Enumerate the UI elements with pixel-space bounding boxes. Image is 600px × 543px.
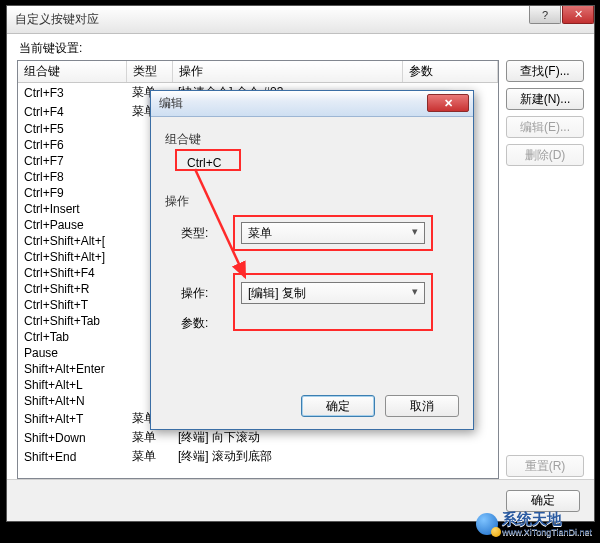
col-header[interactable]: 类型 — [126, 61, 172, 83]
type-combo[interactable]: 菜单 — [241, 222, 425, 244]
main-ok-button[interactable]: 确定 — [506, 490, 580, 512]
watermark: 系统天地 www.XiTongTianDi.net — [476, 510, 592, 537]
edit-dialog: 编辑 ✕ 组合键 Ctrl+C 操作 类型: 菜单 操作: [编辑] 复制 参数… — [150, 90, 474, 430]
dialog-cancel-button[interactable]: 取消 — [385, 395, 459, 417]
col-header[interactable]: 参数 — [402, 61, 498, 83]
close-button[interactable]: ✕ — [562, 6, 594, 24]
svg-line-0 — [195, 169, 245, 277]
titlebar[interactable]: 自定义按键对应 ? ✕ — [7, 6, 594, 34]
window-title: 自定义按键对应 — [11, 11, 99, 28]
param-label: 参数: — [181, 315, 208, 332]
group-key-label: 组合键 — [165, 131, 201, 148]
op-combo[interactable]: [编辑] 复制 — [241, 282, 425, 304]
watermark-url: www.XiTongTianDi.net — [502, 528, 592, 537]
op-combo-value: [编辑] 复制 — [248, 285, 306, 302]
edit-button: 编辑(E)... — [506, 116, 584, 138]
dialog-close-button[interactable]: ✕ — [427, 94, 469, 112]
dialog-titlebar[interactable]: 编辑 ✕ — [151, 91, 473, 117]
col-header[interactable]: 组合键 — [18, 61, 126, 83]
type-combo-value: 菜单 — [248, 225, 272, 242]
op-label: 操作: — [181, 285, 208, 302]
delete-button: 删除(D) — [506, 144, 584, 166]
watermark-icon — [476, 513, 498, 535]
col-header[interactable]: 操作 — [172, 61, 402, 83]
table-row[interactable]: Shift+End菜单[终端] 滚动到底部 — [18, 447, 498, 466]
reset-button: 重置(R) — [506, 455, 584, 477]
dialog-title: 编辑 — [159, 95, 183, 112]
dialog-ok-button[interactable]: 确定 — [301, 395, 375, 417]
new-button[interactable]: 新建(N)... — [506, 88, 584, 110]
table-row[interactable]: Shift+Down菜单[终端] 向下滚动 — [18, 428, 498, 447]
help-button[interactable]: ? — [529, 6, 561, 24]
key-value: Ctrl+C — [181, 153, 261, 173]
group-op-label: 操作 — [165, 193, 189, 210]
watermark-name: 系统天地 — [502, 510, 562, 527]
section-label: 当前键设置: — [19, 40, 82, 57]
find-button[interactable]: 查找(F)... — [506, 60, 584, 82]
type-label: 类型: — [181, 225, 208, 242]
